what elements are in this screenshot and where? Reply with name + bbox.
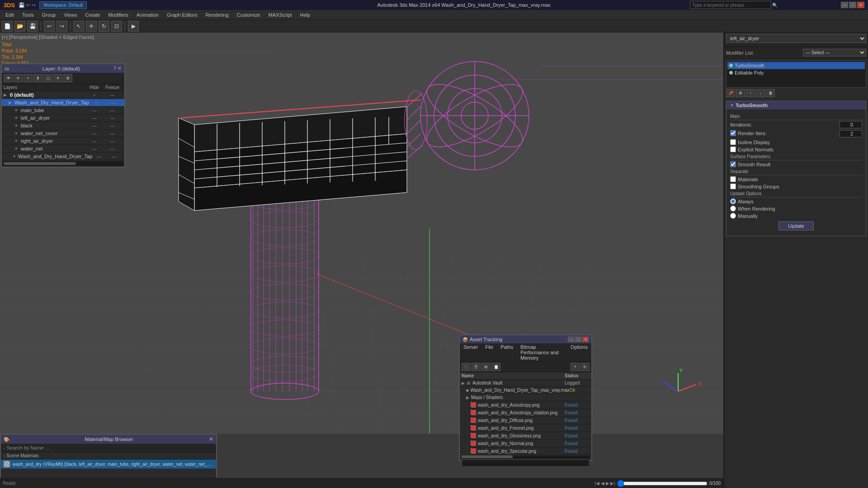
layer-black[interactable]: ✦ black — — (2, 122, 124, 130)
asset-fresnel[interactable]: wash_and_dry_Fresnel.png Found (469, 424, 591, 432)
toolbar-new[interactable]: 📄 (2, 21, 13, 32)
toolbar-move[interactable]: ✛ (86, 21, 97, 32)
layer-left-air-dryer[interactable]: ✦ left_air_dryer — — (2, 114, 124, 122)
keyword-search-input[interactable] (690, 1, 771, 9)
update-button[interactable]: Update (778, 221, 813, 230)
layers-close-btn[interactable]: ✕ (118, 66, 122, 71)
menu-views[interactable]: Views (60, 11, 80, 19)
asset-diffuse[interactable]: wash_and_dry_Diffuse.png Found (469, 417, 591, 424)
modifier-up-btn[interactable]: ↑ (746, 89, 755, 97)
layers-scrollbar[interactable] (3, 161, 123, 166)
minimize-btn[interactable]: — (841, 2, 848, 8)
smoothing-groups-checkbox[interactable] (730, 183, 736, 189)
asset-normal[interactable]: wash_and_dry_Normal.png Found (469, 440, 591, 447)
workspace-dropdown[interactable]: Workspace: Default (39, 1, 87, 9)
toolbar-undo[interactable]: ↩ (44, 21, 55, 32)
render-iters-input[interactable] (840, 130, 862, 137)
asset-btn-1[interactable]: ⬛ (462, 363, 471, 371)
close-btn[interactable]: ✕ (857, 2, 864, 8)
material-wash-dry[interactable]: wash_and_dry (VRayMtl) [black, left_air_… (1, 460, 216, 469)
layers-scrollbar-thumb[interactable] (4, 162, 76, 165)
modifier-turbosmooh[interactable]: TurboSmooth (727, 62, 865, 69)
toolbar-select[interactable]: ↖ (73, 21, 84, 32)
toolbar-render[interactable]: ▶ (128, 21, 139, 32)
render-iters-checkbox[interactable] (730, 130, 736, 136)
modifier-delete-btn[interactable]: 🗑 (766, 89, 775, 97)
menu-graph-editors[interactable]: Graph Editors (163, 11, 201, 19)
iterations-input[interactable] (840, 121, 862, 128)
menu-maxscript[interactable]: MAXScript (265, 11, 296, 19)
layers-btn-highlight[interactable]: ☀ (53, 74, 62, 82)
asset-search-box[interactable] (462, 460, 590, 467)
menu-rendering[interactable]: Rendering (202, 11, 232, 19)
asset-file-main[interactable]: ■ Wash_and_Dry_Hand_Dryer_Tap_max_vray.m… (464, 387, 591, 394)
layers-btn-add[interactable]: + (24, 74, 33, 82)
asset-menu-options[interactable]: Options (567, 343, 591, 361)
explicit-normals-checkbox[interactable] (730, 146, 736, 152)
asset-scrollbar[interactable] (462, 455, 590, 459)
isoline-checkbox[interactable] (730, 139, 736, 145)
menu-animation[interactable]: Animation (133, 11, 162, 19)
asset-btn-help[interactable]: ? (571, 363, 580, 371)
asset-btn-refresh[interactable]: ↻ (580, 363, 590, 371)
modifier-dropdown[interactable]: — Select — (803, 49, 866, 56)
asset-minimize-btn[interactable]: — (568, 337, 574, 342)
modifier-config-btn[interactable]: ⚙ (736, 89, 745, 97)
layer-water-net[interactable]: ✦ water_net — — (2, 145, 124, 153)
modifier-editable-poly[interactable]: Editable Poly (727, 69, 865, 76)
asset-btn-2[interactable]: ☰ (472, 363, 481, 371)
asset-menu-bitmap[interactable]: Bitmap Performance and Memory (517, 343, 567, 361)
menu-create[interactable]: Create (81, 11, 104, 19)
menu-modifiers[interactable]: Modifiers (104, 11, 132, 19)
asset-vault[interactable]: ▶ 🏛 Autodesk Vault Logged (460, 380, 591, 387)
material-panel-close[interactable]: ✕ (209, 436, 213, 442)
layer-right-air-dryer[interactable]: ✦ right_air_dryer — — (2, 137, 124, 145)
menu-help[interactable]: Help (297, 11, 314, 19)
maximize-btn[interactable]: □ (849, 2, 856, 8)
layer-wash-dry-obj[interactable]: ✦ Wash_and_Dry_Hand_Dryer_Tap — — (2, 153, 124, 160)
menu-tools[interactable]: Tools (19, 11, 38, 19)
materials-checkbox[interactable] (730, 176, 736, 182)
layer-main-tube[interactable]: ✦ main_tube — — (2, 107, 124, 114)
asset-anisotropy-rot[interactable]: wash_and_dry_Anisotropy_rotation.png Fou… (469, 409, 591, 417)
asset-btn-3[interactable]: ⊞ (481, 363, 491, 371)
toolbar-open[interactable]: 📂 (14, 21, 25, 32)
modifier-pin-btn[interactable]: 📌 (726, 89, 735, 97)
modifier-down-btn[interactable]: ↓ (756, 89, 765, 97)
asset-specular[interactable]: wash_and_dry_Specular.png Found (469, 447, 591, 455)
layer-water-net-cover[interactable]: ✦ water_net_cover — — (2, 130, 124, 137)
layers-btn-move-to-layer[interactable]: ⬇ (33, 74, 42, 82)
menu-edit[interactable]: Edit (2, 11, 18, 19)
timeline-slider[interactable] (617, 480, 708, 487)
toolbar-save[interactable]: 💾 (27, 21, 38, 32)
radio-when-rendering[interactable] (730, 206, 736, 211)
object-name-dropdown[interactable]: left_air_dryer (726, 34, 866, 43)
layers-help-btn[interactable]: ? (113, 66, 116, 71)
layer-0-default[interactable]: ▶ 0 (default) ✓ — (2, 91, 124, 99)
smooth-result-checkbox[interactable] (730, 161, 736, 167)
asset-maps-shaders[interactable]: ▶ Maps / Shaders (464, 394, 591, 401)
asset-menu-file[interactable]: File (481, 343, 497, 361)
toolbar-redo[interactable]: ↪ (57, 21, 67, 32)
radio-always[interactable] (730, 198, 736, 204)
turbosmooth-rollout-header[interactable]: TurboSmooth (726, 101, 866, 109)
layers-btn-select[interactable]: ◻ (43, 74, 52, 82)
asset-btn-4[interactable]: 📋 (491, 363, 500, 371)
asset-close-btn[interactable]: ✕ (582, 337, 589, 342)
radio-manually[interactable] (730, 213, 736, 219)
menu-group[interactable]: Group (38, 11, 60, 19)
layer-wash-and-dry[interactable]: ▶ Wash_and_Dry_Hand_Dryer_Tap □ — (2, 99, 124, 107)
layers-btn-settings[interactable]: ⚙ (63, 74, 72, 82)
asset-menu-server[interactable]: Server (460, 343, 481, 361)
asset-glossiness[interactable]: wash_and_dry_Glossiness.png Found (469, 432, 591, 440)
asset-anisotropy[interactable]: wash_and_dry_Anisotropy.png Found (469, 401, 591, 409)
asset-maximize-btn[interactable]: □ (575, 337, 581, 342)
asset-scrollbar-thumb[interactable] (462, 455, 513, 458)
toolbar-rotate[interactable]: ↻ (99, 21, 109, 32)
asset-menu-paths[interactable]: Paths (497, 343, 517, 361)
toolbar-scale[interactable]: ⊡ (111, 21, 122, 32)
stat-tris: Tris: 3,184 (2, 54, 28, 61)
layers-btn-new[interactable]: 👁 (4, 74, 13, 82)
layers-btn-delete[interactable]: ✕ (14, 74, 23, 82)
menu-customize[interactable]: Customize (233, 11, 264, 19)
